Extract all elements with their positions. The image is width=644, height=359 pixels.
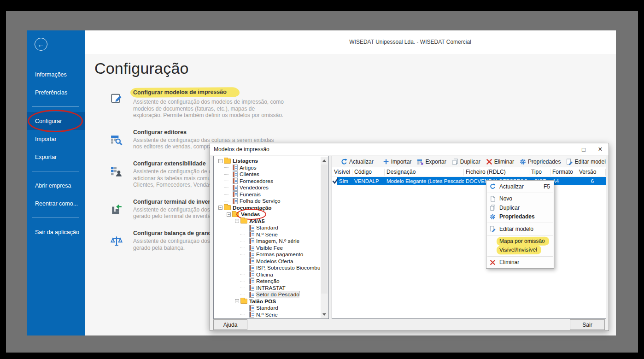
visible-check-icon <box>332 177 339 184</box>
tree-node-label: Standard <box>256 224 278 231</box>
toolbar-button[interactable]: Editar modelo <box>563 157 606 167</box>
table-column-header[interactable]: Formato <box>550 169 577 176</box>
context-menu: Actualizar F5 Novo Duplicar Propriedades… <box>486 180 554 269</box>
scrollbar-thumb[interactable] <box>321 165 328 294</box>
sidebar-item[interactable]: Informações <box>27 65 85 83</box>
table-row[interactable]: Sim VENDALP Modelo Elegante (Lotes Pesca… <box>332 177 606 185</box>
tree-node[interactable]: − Formas pagamento <box>215 251 320 258</box>
tree-node[interactable]: − N.º Série <box>215 231 320 238</box>
tree-node[interactable]: − Talão POS <box>215 298 320 305</box>
tree-node-label: Vendedores <box>240 184 269 191</box>
scroll-up-arrow[interactable] <box>321 157 328 164</box>
sidebar-item-label: Preferências <box>35 89 67 96</box>
config-item-title[interactable]: Configurar modelos de impressão <box>133 88 284 97</box>
tree-node[interactable]: − Setor do Pescado <box>215 291 320 298</box>
toolbar-button[interactable]: Actualizar <box>338 157 376 167</box>
table-column-header[interactable]: Versão <box>577 169 606 176</box>
tree-node[interactable]: − Funerais <box>215 191 320 198</box>
tree-expander-icon[interactable]: − <box>235 219 239 223</box>
tree-expander-icon[interactable]: − <box>218 159 222 163</box>
tree-node[interactable]: − Listagens <box>215 158 320 165</box>
sidebar-item-label: Exportar <box>35 154 57 160</box>
table-column-header[interactable]: Visível <box>332 169 352 176</box>
tree-node[interactable]: − Standard <box>215 224 320 231</box>
tree-node[interactable]: − Standard <box>215 305 320 312</box>
tree-node[interactable]: − Retenção <box>215 278 320 285</box>
toolbar-button-icon <box>566 159 573 165</box>
tree-node[interactable]: − ISP, Sobrecusto Biocombustíveis <box>215 265 320 271</box>
back-button[interactable]: ← <box>35 38 47 51</box>
sidebar-item[interactable]: Sair da aplicação <box>27 223 85 241</box>
sidebar-item[interactable]: Abrir empresa <box>27 177 85 194</box>
context-menu-item[interactable]: Propriedades <box>486 212 554 222</box>
tree-node[interactable]: − Vendas <box>215 211 320 218</box>
context-menu-item-icon <box>490 205 496 211</box>
toolbar-button[interactable]: Eliminar <box>483 157 517 167</box>
report-icon <box>249 271 254 277</box>
dialog-title: Modelos de impressão <box>210 146 559 153</box>
tree-node-label: Imagem, N.º série <box>256 238 299 244</box>
tree-node[interactable]: − Folha de Serviço <box>215 198 320 205</box>
report-icon <box>249 265 254 271</box>
tree-node[interactable]: − Clientes <box>215 171 320 178</box>
table-column-header[interactable]: Ficheiro (RDLC) <box>464 169 529 176</box>
tree-scrollbar[interactable] <box>321 157 328 318</box>
toolbar-button-label: Editar modelo <box>574 159 606 165</box>
config-item[interactable]: Configurar modelos de impressão Assisten… <box>111 88 616 119</box>
report-icon <box>249 285 254 291</box>
sidebar-item[interactable]: Configurar <box>27 112 85 130</box>
tree-node[interactable]: − Modelos Oferta <box>215 258 320 265</box>
tree-node[interactable]: − Artigos <box>215 165 320 171</box>
table-column-header[interactable]: Tipo <box>529 169 550 176</box>
toolbar-button[interactable]: Propriedades <box>517 157 563 167</box>
table-column-header[interactable]: Código <box>352 169 385 176</box>
tree-expander-icon[interactable]: − <box>218 206 222 210</box>
toolbar-button[interactable]: Importar <box>380 157 415 167</box>
sidebar-item[interactable]: Exportar <box>27 148 85 166</box>
context-menu-item[interactable]: Editar modelo <box>486 224 554 234</box>
toolbar-button-icon <box>417 159 423 165</box>
context-menu-item[interactable]: Duplicar <box>486 203 554 212</box>
tree-node-label: Setor do Pescado <box>256 291 299 298</box>
context-menu-item[interactable]: Mapa por omissão <box>486 237 554 246</box>
tree-node[interactable]: − N.º Série <box>215 312 320 318</box>
tree-node[interactable]: − A4/A5 <box>215 218 320 225</box>
toolbar-button[interactable]: Duplicar <box>449 157 483 167</box>
tree-node-label: Listagens <box>233 158 258 164</box>
tree-node[interactable]: − Documentação <box>215 205 320 212</box>
context-menu-item[interactable]: Visível/Invisível <box>486 246 554 255</box>
tree-expander-icon[interactable]: − <box>235 299 239 303</box>
report-icon <box>249 278 254 284</box>
dialog-titlebar[interactable]: Modelos de impressão – □ × <box>210 143 609 155</box>
context-menu-item[interactable]: Novo <box>486 194 554 204</box>
scroll-down-arrow[interactable] <box>321 311 328 318</box>
tree-node[interactable]: − INTRASTAT <box>215 285 320 292</box>
folder-icon <box>240 218 247 224</box>
sidebar-item[interactable]: Importar <box>27 130 85 148</box>
tree-node[interactable]: − Visible Fee <box>215 245 320 252</box>
tree-node[interactable]: − Fornecedores <box>215 178 320 185</box>
context-menu-item[interactable]: Eliminar <box>486 258 554 267</box>
context-menu-item[interactable]: Actualizar F5 <box>486 182 554 191</box>
report-icon <box>233 165 238 171</box>
help-button[interactable]: Ajuda <box>213 319 247 330</box>
exit-button[interactable]: Sair <box>570 319 605 330</box>
tree-node[interactable]: − Vendedores <box>215 184 320 191</box>
config-item-title[interactable]: Configurar editores <box>133 129 274 135</box>
sidebar-item[interactable]: Preferências <box>27 83 85 101</box>
tree-node[interactable]: − Visible Fee <box>215 318 320 318</box>
tree-node[interactable]: − Imagem, N.º série <box>215 238 320 245</box>
maximize-button[interactable]: □ <box>575 143 592 155</box>
minimize-button[interactable]: – <box>559 143 575 155</box>
tree-node-label: Modelos Oferta <box>256 258 293 265</box>
table-column-header[interactable]: Designação <box>385 169 464 176</box>
sidebar-item[interactable]: Reentrar como... <box>27 194 85 212</box>
toolbar-button-icon <box>452 159 458 165</box>
tree-node-label: Vendas <box>241 211 260 218</box>
context-menu-item-icon <box>490 196 496 202</box>
toolbar-button[interactable]: Exportar <box>414 157 449 167</box>
tree-expander-icon[interactable]: − <box>227 212 231 217</box>
close-button[interactable]: × <box>592 143 609 155</box>
tree-node-label: Artigos <box>240 165 257 171</box>
tree-node[interactable]: − Oficina <box>215 271 320 278</box>
